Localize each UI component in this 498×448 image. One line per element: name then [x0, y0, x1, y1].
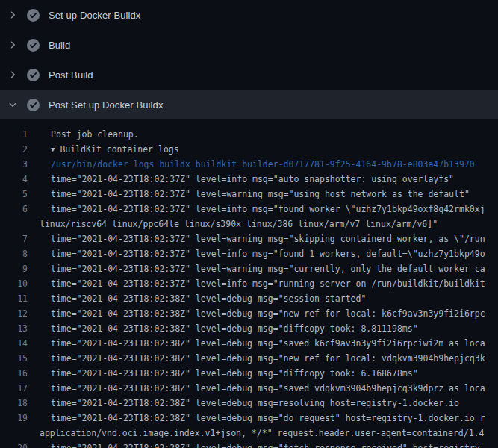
log-line-text: time="2021-04-23T18:02:37Z" level=warnin… — [28, 261, 485, 276]
success-check-icon — [27, 9, 40, 22]
log-line: 8 time="2021-04-23T18:02:37Z" level=info… — [0, 246, 498, 261]
log-line-number[interactable]: 5 — [0, 187, 28, 202]
log-line-continuation: application/vnd.oci.image.index.v1+json,… — [0, 426, 498, 441]
log-line-number[interactable]: 16 — [0, 366, 28, 381]
log-line-number — [0, 426, 28, 441]
log-group-toggle[interactable]: 2 ▼BuildKit container logs — [0, 142, 498, 157]
step-build[interactable]: Build — [0, 30, 498, 60]
log-line-number[interactable]: 17 — [0, 381, 28, 396]
log-line: 14 time="2021-04-23T18:02:38Z" level=deb… — [0, 336, 498, 351]
log-line-text: time="2021-04-23T18:02:37Z" level=info m… — [28, 172, 454, 187]
log-line-number[interactable]: 8 — [0, 246, 28, 261]
log-line: 9 time="2021-04-23T18:02:37Z" level=warn… — [0, 261, 498, 276]
log-line-text: /usr/bin/docker logs buildx_buildkit_bui… — [28, 157, 475, 172]
step-label: Post Set up Docker Buildx — [49, 99, 164, 111]
log-line-text: time="2021-04-23T18:02:38Z" level=debug … — [28, 396, 459, 411]
log-line-number[interactable]: 11 — [0, 291, 28, 306]
log-line-number[interactable]: 6 — [0, 202, 28, 217]
log-line-text: time="2021-04-23T18:02:37Z" level=info m… — [28, 202, 485, 217]
log-line: 1 Post job cleanup. — [0, 127, 498, 142]
log-line-number[interactable]: 10 — [0, 276, 28, 291]
step-post-build[interactable]: Post Build — [0, 60, 498, 90]
log-line-text: time="2021-04-23T18:02:38Z" level=debug … — [28, 321, 418, 336]
chevron-right-icon — [7, 10, 18, 20]
log-line-continuation: linux/riscv64 linux/ppc64le linux/s390x … — [0, 217, 498, 231]
log-line: 16 time="2021-04-23T18:02:38Z" level=deb… — [0, 366, 498, 381]
log-line-number[interactable]: 15 — [0, 351, 28, 366]
log-line: 18 time="2021-04-23T18:02:38Z" level=deb… — [0, 396, 498, 411]
log-line-number[interactable]: 3 — [0, 157, 28, 172]
log-line: 17 time="2021-04-23T18:02:38Z" level=deb… — [0, 381, 498, 396]
log-line: 7 time="2021-04-23T18:02:37Z" level=warn… — [0, 231, 498, 246]
log-line-text: time="2021-04-23T18:02:38Z" level=debug … — [28, 351, 485, 366]
step-post-set-up-docker-buildx[interactable]: Post Set up Docker Buildx — [0, 90, 498, 119]
log-line-number[interactable]: 4 — [0, 172, 28, 187]
log-line-text: time="2021-04-23T18:02:38Z" level=debug … — [28, 336, 485, 351]
log-line-text: time="2021-04-23T18:02:38Z" level=debug … — [28, 291, 366, 306]
log-line-number[interactable]: 20 — [0, 441, 28, 448]
log-output: 1 Post job cleanup. 2 ▼BuildKit containe… — [0, 119, 498, 448]
group-caret-icon[interactable]: ▼ — [51, 142, 55, 157]
success-check-icon — [27, 39, 40, 52]
log-line-text: application/vnd.oci.image.index.v1+json,… — [28, 426, 484, 441]
log-line-text: time="2021-04-23T18:02:38Z" level=debug … — [28, 366, 418, 381]
log-line-text: ▼BuildKit container logs — [28, 142, 179, 157]
log-line-number[interactable]: 7 — [0, 231, 28, 246]
log-line-text: time="2021-04-23T18:02:38Z" level=debug … — [28, 441, 485, 448]
log-line: 5 time="2021-04-23T18:02:37Z" level=warn… — [0, 187, 498, 202]
log-line-text: Post job cleanup. — [28, 127, 139, 142]
log-line: 6 time="2021-04-23T18:02:37Z" level=info… — [0, 202, 498, 217]
log-group-title: BuildKit container logs — [60, 144, 178, 155]
log-line: 12 time="2021-04-23T18:02:38Z" level=deb… — [0, 306, 498, 321]
log-line-text: time="2021-04-23T18:02:38Z" level=debug … — [28, 411, 485, 426]
log-line-number[interactable]: 12 — [0, 306, 28, 321]
log-line-number[interactable]: 14 — [0, 336, 28, 351]
step-label: Build — [49, 40, 70, 51]
log-line: 4 time="2021-04-23T18:02:37Z" level=info… — [0, 172, 498, 187]
log-line: 10 time="2021-04-23T18:02:37Z" level=inf… — [0, 276, 498, 291]
step-label: Set up Docker Buildx — [49, 10, 140, 21]
log-line-text: time="2021-04-23T18:02:38Z" level=debug … — [28, 381, 485, 396]
log-line-number[interactable]: 18 — [0, 396, 28, 411]
success-check-icon — [27, 99, 40, 111]
log-line-number — [0, 217, 28, 231]
chevron-right-icon — [7, 69, 18, 80]
log-line-command: 3 /usr/bin/docker logs buildx_buildkit_b… — [0, 157, 498, 172]
step-label: Post Build — [49, 69, 93, 81]
step-list: Set up Docker Buildx Build Post Build Po… — [0, 0, 498, 119]
step-set-up-docker-buildx[interactable]: Set up Docker Buildx — [0, 0, 498, 30]
log-line-text: time="2021-04-23T18:02:37Z" level=warnin… — [28, 187, 470, 202]
log-line-number[interactable]: 13 — [0, 321, 28, 336]
log-line-number[interactable]: 19 — [0, 411, 28, 426]
log-line-text: time="2021-04-23T18:02:38Z" level=debug … — [28, 306, 485, 321]
log-line: 20 time="2021-04-23T18:02:38Z" level=deb… — [0, 441, 498, 448]
log-line-text: linux/riscv64 linux/ppc64le linux/s390x … — [28, 217, 438, 231]
log-line: 15 time="2021-04-23T18:02:38Z" level=deb… — [0, 351, 498, 366]
log-line-text: time="2021-04-23T18:02:37Z" level=info m… — [28, 276, 485, 291]
log-line-number[interactable]: 9 — [0, 261, 28, 276]
log-line: 19 time="2021-04-23T18:02:38Z" level=deb… — [0, 411, 498, 426]
chevron-right-icon — [7, 40, 18, 50]
log-line-number[interactable]: 1 — [0, 127, 28, 142]
log-line-number[interactable]: 2 — [0, 142, 28, 157]
success-check-icon — [27, 69, 40, 81]
log-line: 13 time="2021-04-23T18:02:38Z" level=deb… — [0, 321, 498, 336]
log-line-text: time="2021-04-23T18:02:37Z" level=warnin… — [28, 231, 485, 246]
chevron-down-icon — [7, 99, 18, 110]
log-line: 11 time="2021-04-23T18:02:38Z" level=deb… — [0, 291, 498, 306]
log-line-text: time="2021-04-23T18:02:37Z" level=info m… — [28, 246, 485, 261]
